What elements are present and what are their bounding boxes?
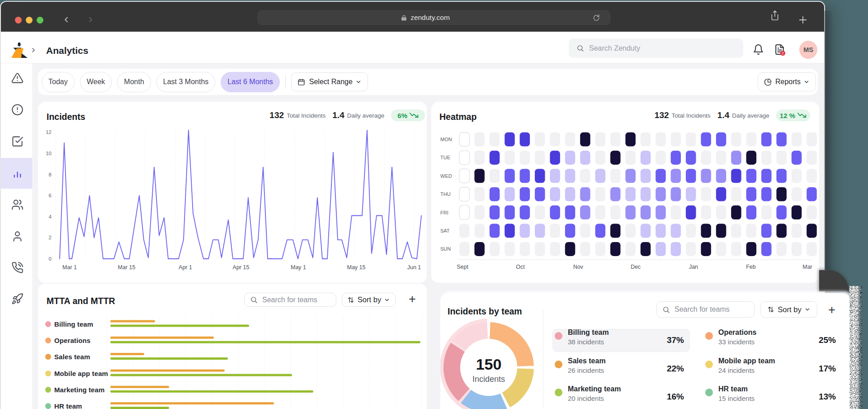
svg-text:2: 2 bbox=[49, 235, 52, 240]
svg-text:THU: THU bbox=[440, 191, 451, 197]
svg-text:8: 8 bbox=[49, 172, 52, 177]
svg-text:Mar: Mar bbox=[802, 264, 812, 270]
svg-text:Apr 1: Apr 1 bbox=[179, 264, 192, 271]
svg-text:6: 6 bbox=[49, 193, 52, 198]
svg-text:4: 4 bbox=[49, 214, 52, 219]
svg-text:Apr 15: Apr 15 bbox=[233, 264, 250, 271]
svg-text:WED: WED bbox=[440, 173, 452, 179]
svg-text:SAT: SAT bbox=[440, 228, 450, 233]
svg-text:10: 10 bbox=[46, 151, 52, 156]
svg-text:Mar 15: Mar 15 bbox=[118, 264, 136, 271]
svg-text:Nov: Nov bbox=[573, 264, 584, 270]
svg-text:MON: MON bbox=[440, 137, 452, 142]
svg-text:Sept: Sept bbox=[457, 264, 468, 270]
svg-text:FRI: FRI bbox=[440, 210, 448, 215]
svg-text:Jan: Jan bbox=[689, 264, 698, 270]
svg-text:SUN: SUN bbox=[440, 246, 451, 252]
svg-text:May 15: May 15 bbox=[347, 264, 366, 271]
svg-text:Jun 1: Jun 1 bbox=[407, 264, 421, 271]
svg-text:Mar 1: Mar 1 bbox=[62, 264, 77, 271]
svg-text:Dec: Dec bbox=[631, 264, 641, 270]
svg-text:Feb: Feb bbox=[746, 264, 756, 270]
svg-text:TUE: TUE bbox=[440, 155, 450, 160]
svg-text:Oct: Oct bbox=[516, 264, 525, 270]
svg-text:0: 0 bbox=[49, 256, 52, 262]
svg-text:12: 12 bbox=[46, 129, 52, 135]
svg-text:May 1: May 1 bbox=[291, 264, 306, 271]
